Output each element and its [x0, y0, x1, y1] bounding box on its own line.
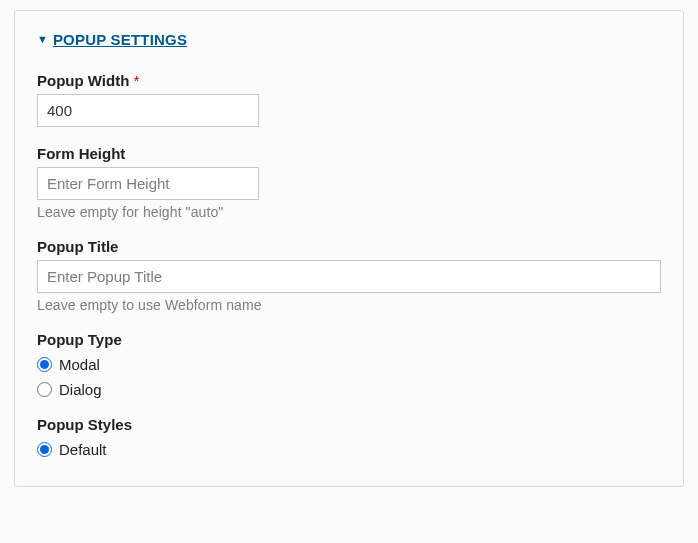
popup-settings-title-link[interactable]: POPUP SETTINGS [53, 31, 187, 48]
popup-title-group: Popup Title Leave empty to use Webform n… [37, 238, 661, 313]
popup-title-hint: Leave empty to use Webform name [37, 297, 661, 313]
popup-styles-group: Popup Styles Default [37, 416, 661, 458]
popup-type-label: Popup Type [37, 331, 661, 348]
popup-type-group: Popup Type Modal Dialog [37, 331, 661, 398]
popup-settings-header[interactable]: ▼ POPUP SETTINGS [37, 31, 661, 48]
form-height-input[interactable] [37, 167, 259, 200]
popup-type-dialog-radio[interactable] [37, 382, 52, 397]
popup-width-label-text: Popup Width [37, 72, 129, 89]
popup-width-input[interactable] [37, 94, 259, 127]
form-height-group: Form Height Leave empty for height "auto… [37, 145, 661, 220]
popup-width-group: Popup Width * [37, 72, 661, 127]
popup-type-dialog-row: Dialog [37, 381, 661, 398]
collapse-triangle-icon: ▼ [37, 34, 48, 45]
popup-type-dialog-label[interactable]: Dialog [59, 381, 102, 398]
popup-settings-panel: ▼ POPUP SETTINGS Popup Width * Form Heig… [14, 10, 684, 487]
popup-styles-default-radio[interactable] [37, 442, 52, 457]
popup-type-modal-row: Modal [37, 356, 661, 373]
required-mark: * [134, 72, 140, 89]
form-height-hint: Leave empty for height "auto" [37, 204, 661, 220]
popup-title-input[interactable] [37, 260, 661, 293]
popup-type-modal-radio[interactable] [37, 357, 52, 372]
popup-styles-default-row: Default [37, 441, 661, 458]
popup-styles-label: Popup Styles [37, 416, 661, 433]
popup-type-modal-label[interactable]: Modal [59, 356, 100, 373]
popup-title-label: Popup Title [37, 238, 661, 255]
popup-styles-default-label[interactable]: Default [59, 441, 107, 458]
popup-width-label: Popup Width * [37, 72, 661, 89]
form-height-label: Form Height [37, 145, 661, 162]
